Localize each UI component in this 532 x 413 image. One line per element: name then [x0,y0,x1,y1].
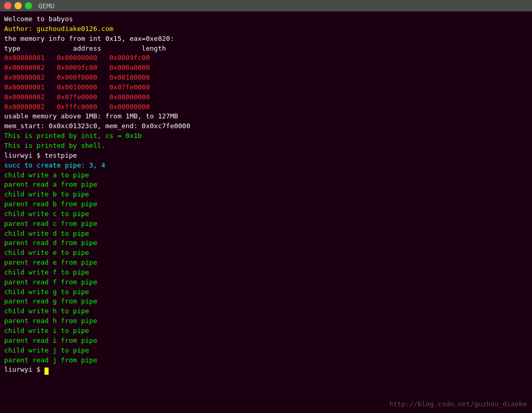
terminal-line: child write h to pipe [4,307,528,316]
terminal-line: the memory info from int 0x15, eax=0xe82… [4,34,528,44]
terminal-line: usable memory above 1MB: from 1MB, to 12… [4,112,528,121]
terminal-line: liurwyi $ [4,365,528,375]
terminal-line: 0x00000002 0xfffc0000 0x00000000 [4,102,528,112]
terminal-line: child write i to pipe [4,326,528,336]
cursor [44,368,49,375]
terminal-line: parent read f from pipe [4,278,528,287]
title-bar: QEMU [0,0,532,11]
terminal-line: 0x00000001 0x00000000 0x0009fc00 [4,53,528,63]
terminal-line: This is printed by shell. [4,141,528,151]
terminal-line: parent read e from pipe [4,258,528,268]
terminal-line: parent read c from pipe [4,219,528,229]
terminal-line: Welcome to babyos [4,14,528,24]
terminal-line: parent read d from pipe [4,238,528,248]
terminal-line: parent read a from pipe [4,180,528,190]
terminal-line: liurwyi $ testpipe [4,151,528,161]
terminal-line: parent read j from pipe [4,356,528,365]
watermark: http://blog.csdn.net/guzhou_diaoke [389,400,527,408]
terminal-line: parent read i from pipe [4,336,528,346]
terminal-line: mem_start: 0x0xc01323c0, mem_end: 0x0xc7… [4,121,528,131]
terminal-line: parent read b from pipe [4,200,528,209]
terminal-line: succ to create pipe: 3, 4 [4,161,528,171]
terminal-line: parent read h from pipe [4,316,528,326]
window-title: QEMU [38,2,54,10]
terminal-line: 0x00000002 0x07fe0000 0x08000000 [4,93,528,102]
terminal-line: parent read g from pipe [4,297,528,307]
terminal-line: 0x00000001 0x00100000 0x07fe0000 [4,83,528,93]
terminal-line: child write d to pipe [4,229,528,239]
terminal-line: child write a to pipe [4,171,528,180]
terminal-line: child write c to pipe [4,209,528,219]
terminal-line: child write b to pipe [4,190,528,200]
maximize-btn[interactable] [25,2,32,9]
terminal-line: type address length [4,44,528,54]
close-btn[interactable] [4,2,11,9]
terminal-line: child write f to pipe [4,268,528,278]
minimize-btn[interactable] [14,2,22,9]
terminal-line: child write g to pipe [4,287,528,297]
terminal-line: Author: guzhoudiake0126.com [4,24,528,34]
terminal-line: child write e to pipe [4,248,528,258]
terminal-line: This is printed by init, cs = 0x1b [4,131,528,141]
terminal[interactable]: Welcome to babyosAuthor: guzhoudiake0126… [0,11,532,413]
terminal-line: child write j to pipe [4,346,528,356]
terminal-line: 0x00000002 0x000f0000 0x00100000 [4,73,528,83]
terminal-line: 0x00000002 0x0009fc00 0x000a0000 [4,63,528,73]
